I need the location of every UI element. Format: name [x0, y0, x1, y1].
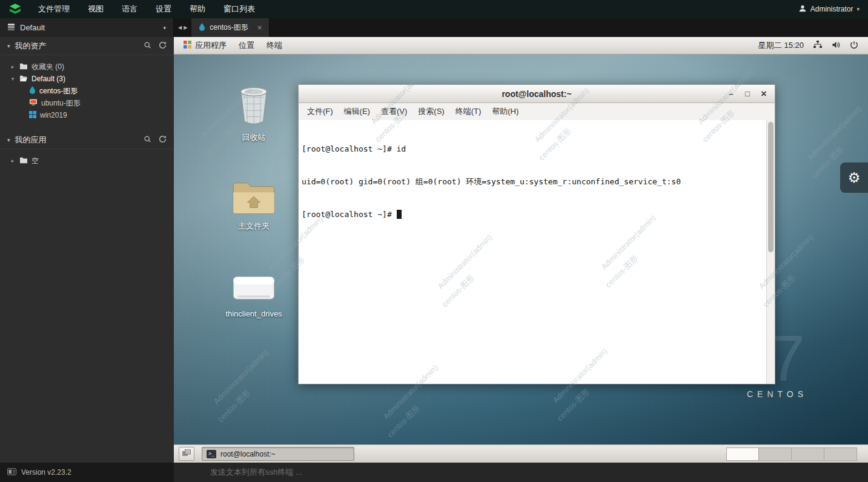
apps-tree: ▸ 空	[0, 149, 174, 176]
panel-menu-terminal[interactable]: 终端	[260, 37, 288, 54]
minimize-button[interactable]: –	[724, 87, 738, 101]
centos-brand-text: CENTOS	[747, 389, 807, 399]
assets-section-title: 我的资产	[15, 41, 47, 52]
app-statusbar: Version v2.23.2 发送文本到所有ssh终端 ...	[0, 463, 868, 482]
panel-menu-label: 应用程序	[195, 40, 227, 51]
panel-clock[interactable]: 星期二 15:20	[758, 40, 804, 51]
tab-label: centos-图形	[210, 22, 248, 33]
tree-item-favorites[interactable]: ▸ 收藏夹 (0)	[0, 61, 174, 73]
terminal-menu-help[interactable]: 帮助(H)	[486, 106, 524, 117]
chevron-down-icon: ▾	[856, 6, 860, 12]
menu-language[interactable]: 语言	[113, 0, 147, 18]
tree-item-label: Default (3)	[31, 75, 65, 83]
sidebar: ▾ 我的资产 ▸ 收藏夹 (0) ▾	[0, 37, 174, 463]
desktop-wallpaper: 回收站 主文件夹	[174, 55, 868, 444]
menu-file-management[interactable]: 文件管理	[29, 0, 79, 18]
terminal-line: [root@localhost ~]# id	[302, 144, 761, 155]
terminal-scrollbar[interactable]	[766, 120, 775, 384]
desktop-icon-home[interactable]: 主文件夹	[211, 181, 296, 232]
version-info: Version v2.23.2	[0, 463, 174, 482]
drive-icon	[231, 273, 277, 305]
chevron-down-icon[interactable]: ▾	[7, 43, 10, 49]
terminal-line: [root@localhost ~]#	[302, 209, 761, 220]
terminal-menu-edit[interactable]: 编辑(E)	[339, 106, 376, 117]
session-settings-button[interactable]: ⚙	[840, 162, 868, 193]
tab-row: Default ▾ ◀ ▶ centos-图形 ×	[0, 18, 868, 37]
tree-item-win2019[interactable]: win2019	[0, 109, 174, 121]
workspace-3[interactable]	[792, 447, 824, 461]
version-icon	[7, 468, 16, 477]
terminal-menu-terminal[interactable]: 终端(T)	[450, 106, 487, 117]
folder-icon	[19, 156, 28, 166]
applications-grid-icon	[184, 41, 191, 50]
desktop-icon-thinclient-drives[interactable]: thinclient_drives	[211, 273, 296, 318]
centos-session-icon	[199, 23, 205, 33]
workspace-1[interactable]	[726, 447, 759, 461]
scrollbar-thumb[interactable]	[768, 122, 774, 252]
tab-scroll-nav: ◀ ▶	[174, 18, 191, 37]
taskbar-item-terminal[interactable]: >_ root@localhost:~	[202, 447, 354, 461]
folder-open-icon	[19, 75, 28, 84]
menu-help[interactable]: 帮助	[181, 0, 214, 18]
panel-menu-label: 终端	[267, 40, 282, 51]
tree-item-ubuntu[interactable]: ubuntu-图形	[0, 97, 174, 109]
tab-close-icon[interactable]: ×	[257, 23, 262, 32]
volume-icon[interactable]	[832, 41, 841, 51]
terminal-line: uid=0(root) gid=0(root) 组=0(root) 环境=sys…	[302, 176, 761, 187]
terminal-output[interactable]: [root@localhost ~]# id uid=0(root) gid=0…	[299, 120, 775, 384]
remote-management-app: 文件管理 视图 语言 设置 帮助 窗口列表 Administrator ▾ De…	[0, 0, 868, 482]
show-desktop-button[interactable]	[179, 447, 194, 461]
desktop-icon-label: 主文件夹	[238, 221, 270, 232]
refresh-icon[interactable]	[159, 41, 167, 51]
terminal-menu-view[interactable]: 查看(V)	[376, 106, 412, 117]
power-icon[interactable]	[850, 41, 858, 51]
workspace-4[interactable]	[824, 447, 857, 461]
app-menubar: 文件管理 视图 语言 设置 帮助 窗口列表 Administrator ▾	[0, 0, 868, 18]
tree-item-label: win2019	[40, 111, 67, 119]
workspace-2[interactable]	[759, 447, 792, 461]
terminal-menu-file[interactable]: 文件(F)	[302, 106, 339, 117]
desktop-icon-label: thinclient_drives	[225, 309, 282, 318]
broadcast-input[interactable]: 发送文本到所有ssh终端 ...	[174, 463, 868, 482]
desktop-icon-trash[interactable]: 回收站	[211, 86, 296, 143]
tree-item-centos[interactable]: centos-图形	[0, 85, 174, 97]
terminal-cursor	[397, 210, 402, 219]
chevron-down-icon[interactable]: ▾	[7, 137, 10, 143]
apps-section-header: ▾ 我的应用	[0, 131, 174, 149]
panel-menu-applications[interactable]: 应用程序	[177, 37, 233, 54]
tree-item-label: ubuntu-图形	[41, 98, 81, 109]
tab-back-icon[interactable]: ◀	[178, 25, 182, 30]
menu-settings[interactable]: 设置	[147, 0, 181, 18]
gnome-top-panel: 应用程序 位置 终端 星期二 15:20	[174, 37, 868, 55]
taskbar-item-label: root@localhost:~	[220, 450, 276, 458]
menu-view[interactable]: 视图	[79, 0, 113, 18]
user-menu[interactable]: Administrator ▾	[798, 4, 868, 15]
close-button[interactable]: ×	[757, 87, 771, 101]
trash-icon	[236, 86, 271, 128]
search-icon[interactable]	[144, 135, 151, 145]
refresh-icon[interactable]	[159, 135, 167, 145]
tree-item-label: 收藏夹 (0)	[31, 62, 64, 72]
asset-group-label: Default	[20, 23, 45, 32]
terminal-mini-icon: >_	[207, 450, 216, 458]
chevron-down-icon: ▾	[163, 25, 166, 31]
tab-centos[interactable]: centos-图形 ×	[191, 18, 270, 37]
chevron-right-icon: ▸	[10, 64, 16, 70]
terminal-titlebar[interactable]: root@localhost:~ – □ ×	[299, 85, 775, 103]
assets-section-header: ▾ 我的资产	[0, 37, 174, 55]
search-icon[interactable]	[144, 41, 151, 51]
terminal-title: root@localhost:~	[502, 89, 571, 99]
menu-window-list[interactable]: 窗口列表	[214, 0, 264, 18]
asset-group-icon	[7, 23, 15, 33]
tree-item-default-group[interactable]: ▾ Default (3)	[0, 73, 174, 85]
app-logo-icon	[0, 3, 29, 15]
network-icon[interactable]	[813, 41, 823, 50]
maximize-button[interactable]: □	[740, 87, 755, 101]
asset-group-select[interactable]: Default ▾	[0, 18, 174, 37]
panel-menu-places[interactable]: 位置	[233, 37, 260, 54]
tree-item-empty[interactable]: ▸ 空	[0, 155, 174, 167]
tree-item-label: centos-图形	[39, 86, 78, 96]
tab-forward-icon[interactable]: ▶	[184, 25, 187, 30]
folder-icon	[19, 62, 28, 72]
terminal-menu-search[interactable]: 搜索(S)	[412, 106, 449, 117]
